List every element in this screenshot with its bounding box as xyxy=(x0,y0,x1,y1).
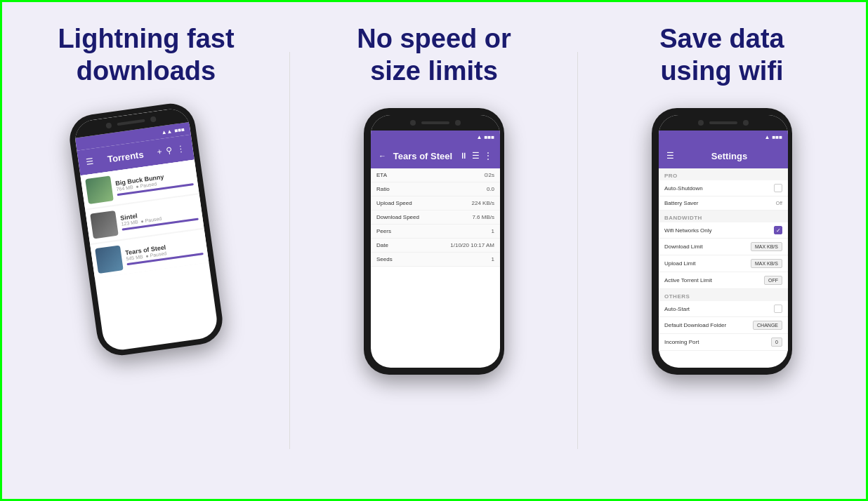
more-icon-2[interactable]: ⋮ xyxy=(484,151,492,161)
search-icon[interactable]: ⚲ xyxy=(166,145,173,156)
detail-label-date: Date xyxy=(376,242,388,248)
settings-row-download-folder[interactable]: Default Download Folder CHANGE xyxy=(659,317,788,334)
autoshutdown-checkbox[interactable] xyxy=(774,184,782,192)
incoming-port-badge[interactable]: 0 xyxy=(771,338,782,347)
settings-label-torrent-limit: Active Torrent Limit xyxy=(664,277,712,283)
panel-1-title: Lightning fast downloads xyxy=(58,23,234,87)
panel-3-title: Save data using wifi xyxy=(659,23,784,87)
torrent-size-3: 545 MB xyxy=(126,254,143,261)
phone-3-top-bar xyxy=(659,115,788,131)
signal-icon: ■■■ xyxy=(174,126,185,134)
phone-2-camera-2 xyxy=(455,120,461,126)
torrent-thumb-1 xyxy=(85,176,114,205)
app-bar-title-2: Tears of Steel xyxy=(388,151,457,161)
download-folder-badge[interactable]: CHANGE xyxy=(753,321,782,330)
autostart-checkbox[interactable] xyxy=(774,305,782,313)
detail-row-seeds: Seeds 1 xyxy=(371,253,500,267)
phone-2-speaker xyxy=(421,121,449,124)
panel-1-title-line2: downloads xyxy=(77,56,216,86)
torrent-thumb-2 xyxy=(90,211,119,239)
phone-3-camera-2 xyxy=(743,120,749,126)
upload-limit-badge[interactable]: MAX KB/S xyxy=(751,259,782,268)
panel-2-title-line1: No speed or xyxy=(357,24,511,53)
settings-row-autostart[interactable]: Auto-Start xyxy=(659,301,788,317)
back-icon[interactable]: ← xyxy=(379,152,386,160)
detail-row-eta: ETA ⊙2s xyxy=(371,168,500,182)
torrent-limit-badge[interactable]: OFF xyxy=(764,276,782,285)
settings-label-incoming-port: Incoming Port xyxy=(664,339,699,345)
status-bar-icons-2: ▲ ■■■ xyxy=(477,134,494,140)
settings-row-battery[interactable]: Battery Saver Off xyxy=(659,196,788,211)
panel-1: Lightning fast downloads ▲▲ ■■■ xyxy=(2,2,290,499)
phone-1-speaker xyxy=(117,119,145,126)
settings-header-pro: PRO xyxy=(659,168,788,180)
detail-row-peers: Peers 1 xyxy=(371,225,500,239)
panel-2-title: No speed or size limits xyxy=(357,23,511,87)
detail-row-download: Download Speed 7.6 MB/s xyxy=(371,211,500,225)
phone-2-app-bar: ← Tears of Steel ⏸ ☰ ⋮ xyxy=(371,143,500,168)
wifi-checkbox[interactable]: ✓ xyxy=(774,226,782,234)
app-bar-title-3: Settings xyxy=(676,151,782,161)
settings-header-bandwidth: BANDWIDTH xyxy=(659,211,788,222)
detail-label-ratio: Ratio xyxy=(376,186,390,192)
wifi-icon: ▲▲ xyxy=(161,128,173,135)
phone-2-mockup: ▲ ■■■ ← Tears of Steel ⏸ ☰ ⋮ ETA xyxy=(364,108,504,375)
signal-icon-3: ■■■ xyxy=(772,134,783,140)
torrent-size-2: 123 MB xyxy=(121,219,138,226)
phone-3-mockup: ▲ ■■■ ☰ Settings PRO Auto-Shutdown xyxy=(652,108,792,375)
phone-1-camera xyxy=(105,123,112,129)
torrent-info-2: Sintel 123 MB ● Paused xyxy=(120,203,199,230)
detail-screen: ETA ⊙2s Ratio 0.0 Upload Speed 224 KB/s xyxy=(371,168,500,267)
torrent-list: Big Buck Bunny 764 MB ● Paused xyxy=(80,160,209,279)
phone-1-camera-2 xyxy=(150,116,157,123)
menu-icon[interactable]: ☰ xyxy=(86,156,95,167)
settings-header-others: OTHERS xyxy=(659,289,788,301)
add-icon[interactable]: + xyxy=(157,147,163,157)
detail-value-peers: 1 xyxy=(492,228,494,234)
settings-row-wifi[interactable]: Wifi Networks Only ✓ xyxy=(659,222,788,239)
phone-2-outer: ▲ ■■■ ← Tears of Steel ⏸ ☰ ⋮ ETA xyxy=(364,108,504,375)
detail-value-eta: ⊙2s xyxy=(484,172,494,178)
settings-label-autostart: Auto-Start xyxy=(664,306,690,312)
phone-3-camera xyxy=(698,120,704,126)
torrent-info-3: Tears of Steel 545 MB ● Paused xyxy=(125,239,204,265)
pause-icon[interactable]: ⏸ xyxy=(459,151,468,161)
settings-row-upload-limit[interactable]: Upload Limit MAX KB/S xyxy=(659,255,788,272)
detail-row-ratio: Ratio 0.0 xyxy=(371,182,500,196)
detail-value-date: 1/10/20 10:17 AM xyxy=(450,242,494,248)
list-icon[interactable]: ☰ xyxy=(472,151,480,161)
status-bar-icons-3: ▲ ■■■ xyxy=(765,134,782,140)
phone-3-speaker xyxy=(709,121,737,124)
more-icon[interactable]: ⋮ xyxy=(176,143,186,154)
wifi-icon-3: ▲ xyxy=(765,134,770,140)
panel-3-title-line1: Save data xyxy=(659,24,784,53)
settings-label-download-limit: Download Limit xyxy=(664,243,703,250)
settings-label-upload-limit: Upload Limit xyxy=(664,260,695,267)
settings-screen: PRO Auto-Shutdown Battery Saver Off BAND… xyxy=(659,168,788,351)
app-bar-title: Torrents xyxy=(96,147,156,166)
phone-2-status-bar: ▲ ■■■ xyxy=(371,131,500,143)
main-container: Lightning fast downloads ▲▲ ■■■ xyxy=(2,2,866,499)
battery-value: Off xyxy=(776,201,782,206)
settings-row-incoming-port[interactable]: Incoming Port 0 xyxy=(659,334,788,351)
settings-row-download-limit[interactable]: Download Limit MAX KB/S xyxy=(659,239,788,255)
panel-2-title-line2: size limits xyxy=(370,56,498,86)
download-limit-badge[interactable]: MAX KB/S xyxy=(751,242,782,251)
phone-2-inner: ▲ ■■■ ← Tears of Steel ⏸ ☰ ⋮ ETA xyxy=(371,115,500,368)
settings-label-autoshutdown: Auto-Shutdown xyxy=(664,185,703,192)
panel-2: No speed or size limits ▲ ■■■ xyxy=(290,2,578,499)
torrent-size-1: 764 MB xyxy=(116,185,133,192)
phone-1-inner: ▲▲ ■■■ ☰ Torrents + ⚲ ⋮ xyxy=(73,107,219,352)
phone-1-mockup: ▲▲ ■■■ ☰ Torrents + ⚲ ⋮ xyxy=(67,100,225,359)
settings-row-autoshutdown[interactable]: Auto-Shutdown xyxy=(659,180,788,196)
detail-label-download: Download Speed xyxy=(376,214,419,220)
settings-row-torrent-limit[interactable]: Active Torrent Limit OFF xyxy=(659,272,788,289)
detail-row-upload: Upload Speed 224 KB/s xyxy=(371,196,500,211)
phone-2-camera xyxy=(410,120,416,126)
phone-3-app-bar: ☰ Settings xyxy=(659,143,788,168)
settings-label-battery: Battery Saver xyxy=(664,200,698,206)
panel-3-title-line2: using wifi xyxy=(660,56,783,86)
detail-label-seeds: Seeds xyxy=(376,256,393,262)
menu-icon-3[interactable]: ☰ xyxy=(666,151,674,161)
detail-value-ratio: 0.0 xyxy=(487,186,494,192)
